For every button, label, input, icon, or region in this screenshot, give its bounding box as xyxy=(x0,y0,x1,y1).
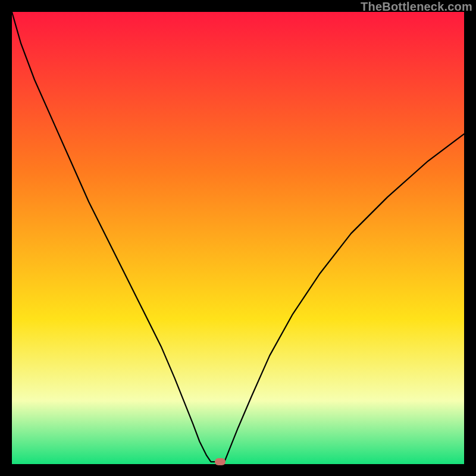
optimum-marker xyxy=(215,458,226,465)
gradient-background xyxy=(12,12,464,464)
chart-canvas xyxy=(12,12,464,464)
watermark-text: TheBottleneck.com xyxy=(361,0,472,14)
chart-frame xyxy=(12,12,464,464)
